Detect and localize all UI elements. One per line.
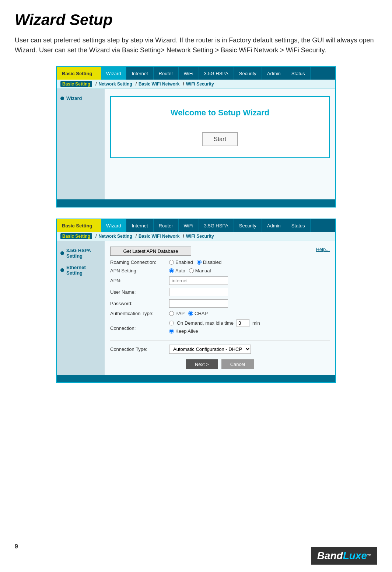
logo-band: Band: [317, 550, 343, 561]
panel-wizard-welcome: Basic Setting Wizard Internet Router WiF…: [56, 66, 336, 207]
nav-bar-label-2: Basic Setting: [57, 219, 101, 232]
password-input[interactable]: [169, 299, 228, 308]
breadcrumb-active-2[interactable]: Basic Setting: [60, 233, 92, 239]
apn-label: APN:: [110, 278, 169, 283]
breadcrumb-1: Basic Setting / Network Setting / Basic …: [57, 80, 335, 89]
nav-tab-status-2[interactable]: Status: [286, 219, 311, 232]
auth-chap-text: CHAP: [195, 311, 208, 316]
apn-auto-text: Auto: [175, 268, 185, 273]
panel-hspa-setup: Basic Setting Wizard Internet Router WiF…: [56, 219, 336, 383]
breadcrumb-sep1-2: /: [95, 234, 97, 239]
auth-pap-text: PAP: [175, 311, 185, 316]
connection-type-select[interactable]: Automatic Configuration - DHCP: [169, 345, 251, 354]
breadcrumb-crumb1-2[interactable]: Network Setting: [98, 234, 132, 239]
bullet-ethernet: [60, 268, 64, 272]
logo-area: BandLuxe ™: [311, 547, 377, 565]
content-area-1: Welcome to Setup Wizard Start: [105, 89, 335, 199]
on-demand-unit: min: [252, 320, 260, 326]
nav-tabs-2: Wizard Internet Router WiFi 3.5G HSPA Se…: [101, 219, 335, 232]
apn-manual-radio[interactable]: [189, 268, 194, 273]
logo-text: BandLuxe: [317, 550, 367, 562]
sidebar-item-wizard-label: Wizard: [66, 95, 82, 101]
apn-row: APN:: [110, 276, 330, 285]
nav-tab-security-2[interactable]: Security: [234, 219, 262, 232]
sidebar-2: 3.5G HSPA Setting Ethernet Setting: [57, 241, 105, 375]
apn-setting-label: APN Setting:: [110, 268, 169, 273]
next-button[interactable]: Next >: [186, 359, 218, 369]
start-button[interactable]: Start: [202, 132, 238, 146]
page-title: Wizard Setup: [15, 11, 377, 29]
nav-tab-3g-1[interactable]: 3.5G HSPA: [199, 67, 234, 80]
nav-tab-internet-2[interactable]: Internet: [126, 219, 153, 232]
auth-radio-group: PAP CHAP: [169, 311, 208, 316]
nav-tab-wizard-2[interactable]: Wizard: [101, 219, 126, 232]
sidebar-item-ethernet[interactable]: Ethernet Setting: [57, 262, 105, 279]
sidebar-item-ethernet-label: Ethernet Setting: [66, 265, 101, 276]
nav-tab-wifi-1[interactable]: WiFi: [179, 67, 199, 80]
roaming-disabled-label[interactable]: Disabled: [197, 259, 222, 265]
breadcrumb-crumb2-2[interactable]: Basic WiFi Network: [139, 234, 179, 239]
nav-tab-admin-2[interactable]: Admin: [262, 219, 286, 232]
get-apn-button[interactable]: Get Latest APN Database: [110, 247, 191, 256]
apn-setting-radio-group: Auto Manual: [169, 268, 211, 273]
roaming-enabled-label[interactable]: Enabled: [169, 259, 193, 265]
breadcrumb-sep1-1: /: [95, 81, 97, 87]
on-demand-radio[interactable]: [169, 321, 174, 325]
breadcrumb-crumb3-2[interactable]: WiFi Security: [186, 234, 214, 239]
auth-chap-radio[interactable]: [188, 311, 193, 316]
on-demand-label: On Demand, max idle time: [177, 320, 234, 326]
nav-bar-2: Basic Setting Wizard Internet Router WiF…: [57, 219, 335, 232]
sidebar-item-wizard[interactable]: Wizard: [57, 93, 105, 104]
auth-pap-label[interactable]: PAP: [169, 311, 185, 316]
panel-footer-1: [57, 199, 335, 207]
breadcrumb-crumb3-1[interactable]: WiFi Security: [186, 81, 214, 87]
roaming-row: Roaming Connection: Enabled Disabled: [110, 259, 330, 265]
roaming-radio-group: Enabled Disabled: [169, 259, 221, 265]
welcome-box: Welcome to Setup Wizard Start: [110, 96, 330, 158]
apn-auto-radio[interactable]: [169, 268, 174, 273]
nav-tab-admin-1[interactable]: Admin: [262, 67, 286, 80]
cancel-button[interactable]: Cancel: [221, 359, 254, 369]
keep-alive-row: Keep Alive: [169, 328, 260, 334]
breadcrumb-crumb2-1[interactable]: Basic WiFi Network: [139, 81, 179, 87]
breadcrumb-active-1[interactable]: Basic Setting: [60, 81, 92, 87]
breadcrumb-crumb1-1[interactable]: Network Setting: [98, 81, 132, 87]
nav-bar-label-1: Basic Setting: [57, 67, 101, 80]
breadcrumb-sep2-1: /: [136, 81, 137, 87]
password-label: Password:: [110, 301, 169, 306]
apn-setting-row: APN Setting: Auto Manual: [110, 268, 330, 273]
sidebar-1: Wizard: [57, 89, 105, 199]
roaming-enabled-radio[interactable]: [169, 260, 174, 265]
nav-tab-internet-1[interactable]: Internet: [126, 67, 153, 80]
breadcrumb-sep2-2: /: [136, 234, 137, 239]
sidebar-item-hspa[interactable]: 3.5G HSPA Setting: [57, 245, 105, 262]
nav-tab-wifi-2[interactable]: WiFi: [179, 219, 199, 232]
apn-manual-text: Manual: [195, 268, 211, 273]
page-number: 9: [15, 543, 18, 550]
panel-footer-2: [57, 375, 335, 382]
nav-tab-router-1[interactable]: Router: [154, 67, 179, 80]
apn-input[interactable]: [169, 276, 228, 285]
username-label: User Name:: [110, 289, 169, 295]
apn-auto-label[interactable]: Auto: [169, 268, 185, 273]
on-demand-row: On Demand, max idle time min: [169, 319, 260, 327]
auth-chap-label[interactable]: CHAP: [188, 311, 208, 316]
content-area-2: Help... Get Latest APN Database Roaming …: [105, 241, 335, 375]
nav-tab-security-1[interactable]: Security: [234, 67, 262, 80]
breadcrumb-sep3-2: /: [183, 234, 184, 239]
roaming-enabled-text: Enabled: [175, 259, 193, 265]
nav-tab-status-1[interactable]: Status: [286, 67, 311, 80]
nav-tab-wizard-1[interactable]: Wizard: [101, 67, 126, 80]
help-link[interactable]: Help...: [316, 247, 330, 252]
apn-manual-label[interactable]: Manual: [189, 268, 211, 273]
roaming-disabled-radio[interactable]: [197, 260, 202, 265]
auth-pap-radio[interactable]: [169, 311, 174, 316]
nav-tab-3g-2[interactable]: 3.5G HSPA: [199, 219, 234, 232]
idle-time-input[interactable]: [237, 319, 249, 327]
keep-alive-radio[interactable]: [169, 329, 174, 334]
divider-1: [110, 341, 330, 341]
roaming-label: Roaming Connection:: [110, 259, 169, 265]
connection-label: Connection:: [110, 325, 169, 331]
username-input[interactable]: [169, 288, 228, 296]
nav-tab-router-2[interactable]: Router: [154, 219, 179, 232]
